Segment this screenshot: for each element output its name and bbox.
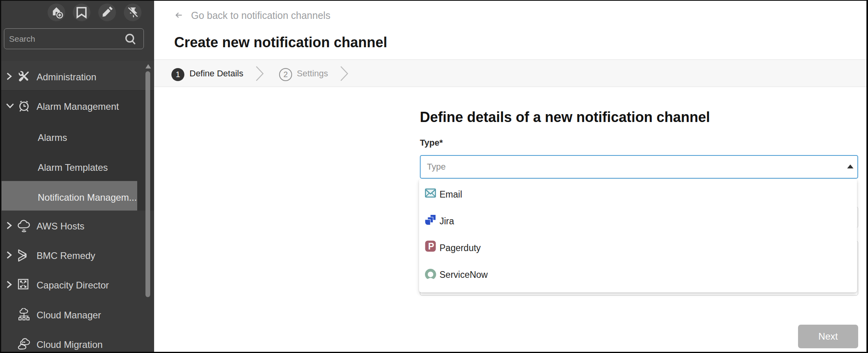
svg-text:P: P	[428, 241, 434, 251]
